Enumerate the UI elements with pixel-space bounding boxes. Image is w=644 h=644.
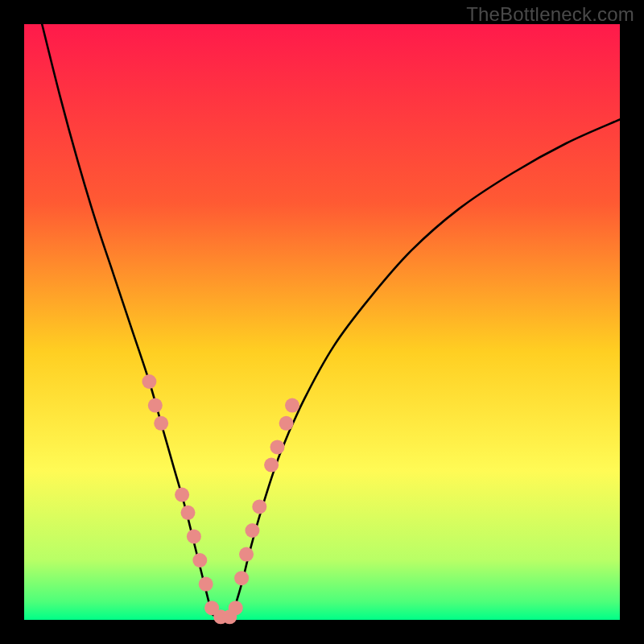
- marker-dot: [154, 416, 168, 431]
- marker-dot: [270, 440, 285, 454]
- marker-dot: [142, 374, 156, 389]
- watermark-text: TheBottleneck.com: [466, 3, 634, 26]
- marker-dot: [181, 506, 196, 520]
- marker-dot: [148, 398, 163, 413]
- marker-dot: [239, 547, 254, 562]
- marker-dot: [187, 529, 201, 543]
- chart-stage: TheBottleneck.com: [0, 0, 644, 644]
- marker-dot: [229, 601, 243, 615]
- plot-background: [24, 24, 620, 620]
- marker-dot: [264, 458, 279, 473]
- marker-dot: [252, 499, 266, 514]
- marker-dot: [245, 523, 259, 538]
- marker-dot: [234, 571, 249, 585]
- marker-dot: [279, 416, 294, 431]
- marker-dot: [175, 488, 189, 502]
- marker-dot: [285, 398, 299, 413]
- marker-dot: [199, 577, 213, 592]
- bottleneck-chart: [0, 0, 644, 644]
- marker-dot: [192, 553, 207, 568]
